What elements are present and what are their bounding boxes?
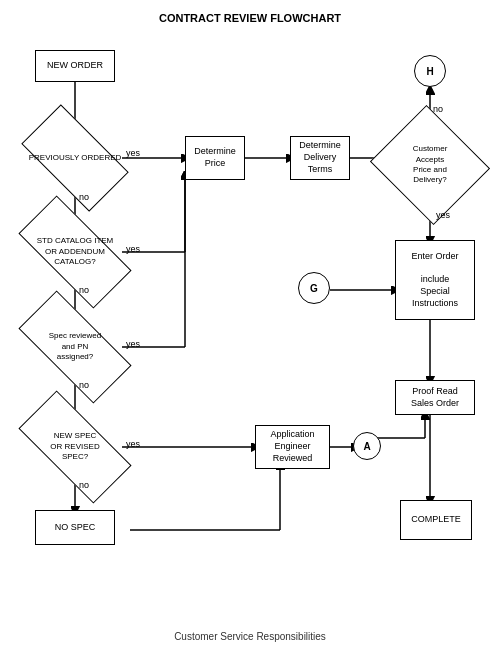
- label-yes-4: yes: [126, 439, 140, 449]
- previously-ordered-diamond: PREVIOUSLY ORDERED: [27, 130, 123, 186]
- new-spec-diamond: NEW SPECOR REVISEDSPEC?: [22, 420, 128, 474]
- no-spec-box: NO SPEC: [35, 510, 115, 545]
- circle-g: G: [298, 272, 330, 304]
- spec-reviewed-diamond: Spec reviewedand PNassigned?: [22, 320, 128, 374]
- label-no-1: no: [79, 192, 89, 202]
- application-engineer-box: ApplicationEngineerReviewed: [255, 425, 330, 469]
- label-yes-2: yes: [126, 244, 140, 254]
- new-order-box: NEW ORDER: [35, 50, 115, 82]
- label-yes-3: yes: [126, 339, 140, 349]
- customer-accepts-diamond: CustomerAcceptsPrice andDelivery?: [385, 125, 475, 205]
- circle-a: A: [353, 432, 381, 460]
- footer-text: Customer Service Responsibilities: [174, 631, 326, 642]
- label-no-2: no: [79, 285, 89, 295]
- label-no-4: no: [79, 480, 89, 490]
- label-yes-1: yes: [126, 148, 140, 158]
- std-catalog-diamond: STD CATALOG ITEMOR ADDENDUMCATALOG?: [22, 225, 128, 279]
- determine-price-box: DeterminePrice: [185, 136, 245, 180]
- label-no-5: no: [433, 104, 443, 114]
- chart-title: CONTRACT REVIEW FLOWCHART: [159, 12, 341, 24]
- proof-read-box: Proof ReadSales Order: [395, 380, 475, 415]
- label-yes-5: yes: [436, 210, 450, 220]
- complete-box: COMPLETE: [400, 500, 472, 540]
- circle-h: H: [414, 55, 446, 87]
- determine-delivery-box: DetermineDeliveryTerms: [290, 136, 350, 180]
- enter-order-box: Enter OrderincludeSpecialInstructions: [395, 240, 475, 320]
- label-no-3: no: [79, 380, 89, 390]
- flowchart: CONTRACT REVIEW FLOWCHART: [0, 0, 500, 654]
